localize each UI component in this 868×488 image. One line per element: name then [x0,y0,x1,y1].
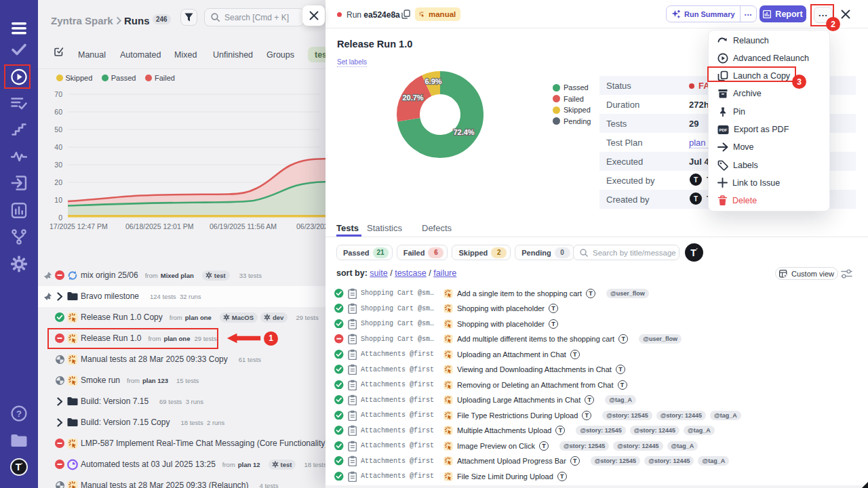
svg-text:?: ? [16,409,22,419]
svg-text:72.4%: 72.4% [453,128,474,136]
svg-text:6.9%: 6.9% [425,77,441,85]
svg-text:50: 50 [54,125,62,134]
svg-text:40: 40 [54,143,62,151]
svg-text:06/18/2025 12:01 PM: 06/18/2025 12:01 PM [125,222,193,230]
svg-text:20.7%: 20.7% [402,94,423,102]
svg-text:PDF: PDF [719,128,728,132]
svg-text:0: 0 [58,214,62,222]
svg-text:06/23/202: 06/23/202 [296,222,326,230]
svg-text:06/19/2025 11:56 AM: 06/19/2025 11:56 AM [210,222,277,230]
svg-text:10: 10 [54,196,62,204]
svg-text:17/2025 12:47 PM: 17/2025 12:47 PM [50,222,108,230]
svg-text:60: 60 [54,108,62,116]
svg-text:20: 20 [54,178,62,186]
svg-text:70: 70 [54,90,62,98]
svg-text:30: 30 [54,161,62,169]
